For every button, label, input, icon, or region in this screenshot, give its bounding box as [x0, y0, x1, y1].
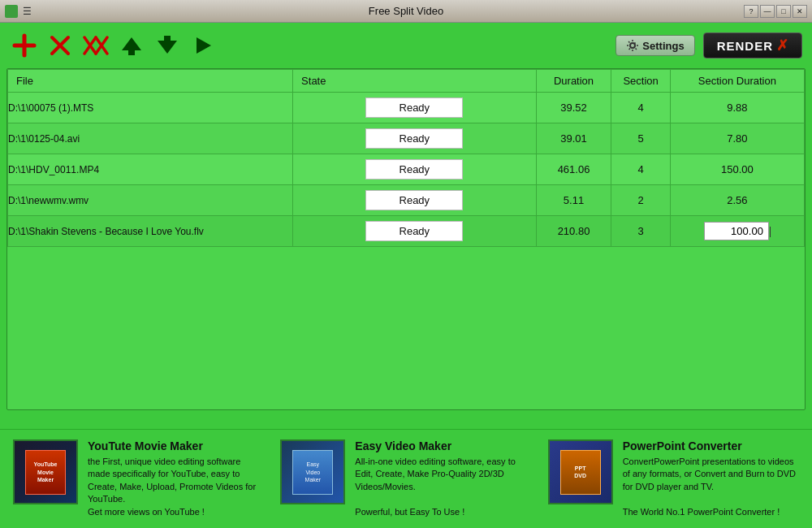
svg-rect-11: [164, 36, 171, 41]
add-button[interactable]: [10, 31, 39, 60]
toolbar-left: [10, 31, 218, 60]
footer-text-0: YouTute Movie Maker the First, unique vi…: [88, 439, 264, 518]
render-button[interactable]: RENDER ✗: [703, 32, 802, 58]
remove-icon: [49, 34, 71, 57]
play-button[interactable]: [188, 31, 218, 60]
cell-duration: 39.52: [536, 93, 611, 123]
settings-label: Settings: [642, 40, 684, 52]
render-label: RENDER: [717, 39, 773, 53]
remove-button[interactable]: [45, 31, 75, 60]
cell-section-duration: 9.88: [670, 93, 804, 123]
footer-item-2: PPTDVD PowerPoint Converter ConvertPower…: [548, 439, 799, 518]
app-icon: [5, 5, 18, 18]
col-state: State: [293, 70, 536, 93]
col-file: File: [8, 70, 293, 93]
remove-all-button[interactable]: [81, 31, 110, 60]
cell-section: 4: [611, 154, 670, 185]
empty-content-area: [7, 247, 805, 409]
state-badge: Ready: [365, 128, 463, 149]
cell-section-duration[interactable]: [670, 216, 804, 247]
svg-point-13: [630, 43, 635, 48]
footer-desc-0: the First, unique video editing software…: [88, 456, 264, 518]
cell-section: 3: [611, 216, 670, 247]
state-badge: Ready: [365, 159, 463, 180]
cell-section-duration: 7.80: [670, 123, 804, 154]
remove-all-icon: [83, 34, 109, 57]
table-row[interactable]: D:\1\0125-04.aviReady39.0157.80: [8, 123, 805, 154]
footer-desc-2: ConvertPowerPoint presentations to video…: [623, 456, 799, 518]
cell-state: Ready: [293, 93, 536, 123]
title-bar: ☰ Free Split Video ? — □ ✕: [0, 0, 812, 23]
state-badge: Ready: [365, 190, 463, 210]
toolbar-right: Settings RENDER ✗: [615, 32, 802, 58]
table-row[interactable]: D:\1\newwmv.wmvReady5.1122.56: [8, 185, 805, 216]
section-duration-input[interactable]: [704, 222, 769, 240]
plus-icon: [12, 33, 37, 58]
table-row[interactable]: D:\1\HDV_0011.MP4Ready461.064150.00: [8, 154, 805, 185]
yt-thumb[interactable]: YouTubeMovieMaker: [13, 439, 78, 504]
maximize-button[interactable]: □: [776, 5, 791, 18]
cell-state: Ready: [293, 216, 536, 247]
footer: YouTubeMovieMaker YouTute Movie Maker th…: [0, 429, 812, 528]
svg-marker-10: [158, 41, 177, 54]
minimize-button[interactable]: —: [760, 5, 775, 18]
title-bar-menu[interactable]: ☰: [23, 6, 32, 17]
svg-rect-9: [128, 50, 135, 55]
footer-title-1: Easy Video Maker: [355, 439, 531, 452]
footer-text-1: Easy Video Maker All-in-one video editin…: [355, 439, 531, 518]
ev-thumb[interactable]: EasyVideoMaker: [280, 439, 345, 504]
render-x-icon: ✗: [776, 37, 788, 54]
cell-duration: 39.01: [536, 123, 611, 154]
cell-state: Ready: [293, 154, 536, 185]
svg-marker-12: [197, 37, 211, 54]
gear-icon: [626, 39, 639, 52]
cell-file: D:\1\00075 (1).MTS: [8, 93, 293, 123]
cell-file: D:\1\newwmv.wmv: [8, 185, 293, 216]
cell-section: 5: [611, 123, 670, 154]
col-section: Section: [611, 70, 670, 93]
cell-section: 2: [611, 185, 670, 216]
pp-box: PPTDVD: [560, 450, 601, 495]
help-button[interactable]: ?: [744, 5, 758, 18]
cell-file: D:\1\Shakin Stevens - Because I Love You…: [8, 216, 293, 247]
down-arrow-icon: [156, 34, 179, 57]
footer-item-1: EasyVideoMaker Easy Video Maker All-in-o…: [280, 439, 531, 518]
move-down-button[interactable]: [153, 31, 182, 60]
cell-duration: 210.80: [536, 216, 611, 247]
close-button[interactable]: ✕: [793, 5, 807, 18]
cell-section: 4: [611, 93, 670, 123]
play-icon: [192, 34, 214, 57]
pp-thumb[interactable]: PPTDVD: [548, 439, 613, 504]
cell-section-duration: 150.00: [670, 154, 804, 185]
footer-desc-1: All-in-one video editing software, easy …: [355, 456, 531, 518]
footer-title-0: YouTute Movie Maker: [88, 439, 264, 452]
svg-marker-8: [122, 37, 141, 50]
main-table-area: File State Duration Section Section Dura…: [6, 68, 806, 410]
cell-section-duration: 2.56: [670, 185, 804, 216]
cell-file: D:\1\0125-04.avi: [8, 123, 293, 154]
table-header-row: File State Duration Section Section Dura…: [8, 70, 805, 93]
text-cursor-icon: [770, 227, 771, 237]
file-table: File State Duration Section Section Dura…: [7, 69, 805, 247]
cell-duration: 461.06: [536, 154, 611, 185]
table-row[interactable]: D:\1\00075 (1).MTSReady39.5249.88: [8, 93, 805, 123]
cell-duration: 5.11: [536, 185, 611, 216]
state-badge: Ready: [365, 221, 463, 241]
footer-text-2: PowerPoint Converter ConvertPowerPoint p…: [623, 439, 799, 518]
ev-box: EasyVideoMaker: [292, 450, 333, 495]
cell-state: Ready: [293, 123, 536, 154]
title-bar-left: ☰: [5, 5, 32, 18]
yt-box: YouTubeMovieMaker: [25, 450, 66, 495]
footer-title-2: PowerPoint Converter: [623, 439, 799, 452]
settings-button[interactable]: Settings: [615, 35, 694, 56]
state-badge: Ready: [365, 97, 463, 118]
cell-file: D:\1\HDV_0011.MP4: [8, 154, 293, 185]
app-title: Free Split Video: [369, 5, 443, 17]
move-up-button[interactable]: [117, 31, 146, 60]
col-section-duration: Section Duration: [670, 70, 804, 93]
up-arrow-icon: [120, 34, 143, 57]
cell-state: Ready: [293, 185, 536, 216]
col-duration: Duration: [536, 70, 611, 93]
table-row[interactable]: D:\1\Shakin Stevens - Because I Love You…: [8, 216, 805, 247]
toolbar: Settings RENDER ✗: [0, 23, 812, 68]
